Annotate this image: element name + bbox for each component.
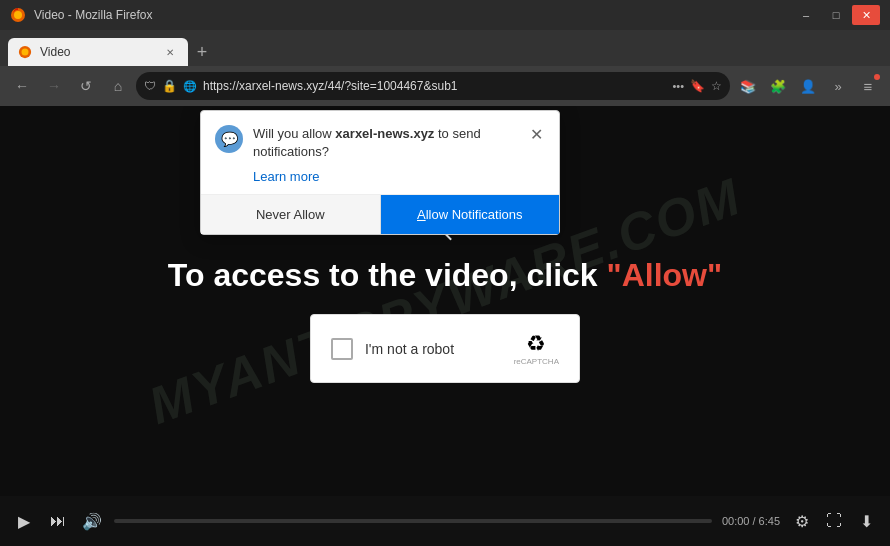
never-allow-button[interactable]: Never Allow [201, 195, 381, 234]
close-button[interactable]: ✕ [852, 5, 880, 25]
popup-header: 💬 Will you allow xarxel-news.xyz to send… [201, 111, 559, 169]
tab-label: Video [40, 45, 70, 59]
title-bar-left: Video - Mozilla Firefox [10, 7, 153, 23]
firefox-icon [10, 7, 26, 23]
home-button[interactable]: ⌂ [104, 72, 132, 100]
next-button[interactable]: ⏭ [46, 509, 70, 533]
library-button[interactable]: 📚 [734, 72, 762, 100]
more-tools-button[interactable]: » [824, 72, 852, 100]
captcha-logo: ♻ reCAPTCHA [514, 331, 559, 366]
shield-extra-icon: 🔖 [690, 79, 705, 93]
captcha-checkbox[interactable] [331, 338, 353, 360]
video-controls: ▶ ⏭ 🔊 00:00 / 6:45 ⚙ ⛶ ⬇ [0, 496, 890, 546]
menu-button[interactable]: ≡ [854, 72, 882, 100]
active-tab[interactable]: Video ✕ [8, 38, 188, 66]
lock-icon: 🔒 [162, 79, 177, 93]
minimize-button[interactable]: – [792, 5, 820, 25]
allow-underline-a: A [417, 207, 426, 222]
popup-message: Will you allow xarxel-news.xyz to send n… [253, 125, 518, 161]
url-text: https://xarxel-news.xyz/44/?site=1004467… [203, 79, 666, 93]
title-bar: Video - Mozilla Firefox – □ ✕ [0, 0, 890, 30]
tab-bar: Video ✕ + [0, 30, 890, 66]
address-bar[interactable]: 🛡 🔒 🌐 https://xarxel-news.xyz/44/?site=1… [136, 72, 730, 100]
url-globe-icon: 🌐 [183, 80, 197, 93]
nav-extras: 📚 🧩 👤 » ≡ [734, 72, 882, 100]
window-title: Video - Mozilla Firefox [34, 8, 153, 22]
account-button[interactable]: 👤 [794, 72, 822, 100]
settings-button[interactable]: ⚙ [790, 509, 814, 533]
fullscreen-button[interactable]: ⛶ [822, 509, 846, 533]
allow-notifications-button[interactable]: Allow Notifications [381, 195, 560, 234]
captcha-brand: reCAPTCHA [514, 357, 559, 366]
reload-button[interactable]: ↺ [72, 72, 100, 100]
popup-message-prefix: Will you allow [253, 126, 335, 141]
shield-icon: 🛡 [144, 79, 156, 93]
restore-button[interactable]: □ [822, 5, 850, 25]
title-bar-controls: – □ ✕ [792, 5, 880, 25]
captcha-widget: I'm not a robot ♻ reCAPTCHA [310, 314, 580, 383]
forward-button[interactable]: → [40, 72, 68, 100]
learn-more-link[interactable]: Learn more [201, 169, 559, 194]
volume-button[interactable]: 🔊 [80, 509, 104, 533]
allow-rest: llow Notifications [426, 207, 523, 222]
popup-close-button[interactable]: ✕ [528, 125, 545, 145]
popup-buttons: Never Allow Allow Notifications [201, 194, 559, 234]
captcha-icon: ♻ [526, 331, 546, 357]
notification-badge-dot [874, 74, 880, 80]
popup-chat-icon: 💬 [215, 125, 243, 153]
tab-close-button[interactable]: ✕ [162, 44, 178, 60]
control-right-group: ⚙ ⛶ ⬇ [790, 509, 878, 533]
back-button[interactable]: ← [8, 72, 36, 100]
svg-point-3 [22, 49, 29, 56]
tab-favicon [18, 45, 32, 59]
allow-word: "Allow" [607, 257, 723, 293]
captcha-label: I'm not a robot [365, 341, 454, 357]
play-area: ↖ To access to the video, click "Allow" … [168, 219, 722, 383]
new-tab-button[interactable]: + [188, 38, 216, 66]
time-display: 00:00 / 6:45 [722, 515, 780, 527]
content-area: MYANTISPYWARE.COM ↖ To access to the vid… [0, 106, 890, 546]
notification-popup: 💬 Will you allow xarxel-news.xyz to send… [200, 110, 560, 235]
star-icon: ☆ [711, 79, 722, 93]
navigation-bar: ← → ↺ ⌂ 🛡 🔒 🌐 https://xarxel-news.xyz/44… [0, 66, 890, 106]
play-button[interactable]: ▶ [12, 509, 36, 533]
url-overflow-icon: ••• [672, 80, 684, 92]
popup-site-name: xarxel-news.xyz [335, 126, 434, 141]
download-button[interactable]: ⬇ [854, 509, 878, 533]
access-text: To access to the video, click "Allow" [168, 257, 722, 294]
extensions-button[interactable]: 🧩 [764, 72, 792, 100]
svg-point-1 [14, 11, 22, 19]
progress-bar[interactable] [114, 519, 712, 523]
access-text-prefix: To access to the video, click [168, 257, 607, 293]
